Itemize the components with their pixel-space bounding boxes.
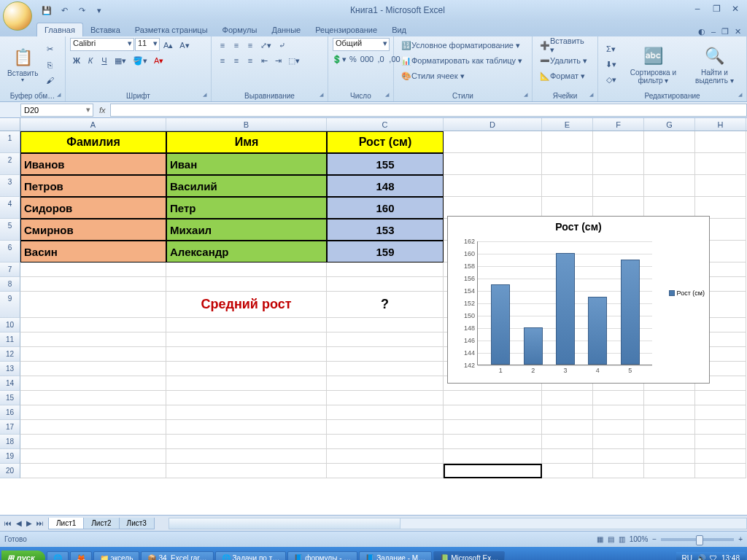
system-tray[interactable]: RU 🔊 🛡 13:48	[676, 552, 746, 561]
merge-button[interactable]: ⬚▾	[285, 53, 303, 68]
row-header-20[interactable]: 20	[0, 464, 20, 478]
horizontal-scrollbar[interactable]	[169, 518, 747, 529]
row-header-3[interactable]: 3	[0, 175, 20, 197]
cell-F18[interactable]	[593, 435, 644, 449]
cell-styles-button[interactable]: 🎨 Стили ячеек ▾	[398, 69, 527, 83]
cell-H15[interactable]	[695, 391, 746, 405]
cell-A6[interactable]: Васин	[20, 241, 166, 262]
cell-C15[interactable]	[327, 391, 444, 405]
cell-B1[interactable]: Имя	[166, 131, 327, 153]
cell-A12[interactable]	[20, 347, 166, 362]
cell-F16[interactable]	[593, 405, 644, 420]
row-header-4[interactable]: 4	[0, 197, 20, 219]
cell-D1[interactable]	[444, 131, 542, 153]
cell-C17[interactable]	[327, 420, 444, 435]
tab-view[interactable]: Вид	[384, 23, 414, 36]
comma-button[interactable]: 000	[360, 52, 374, 66]
cell-E3[interactable]	[542, 175, 593, 197]
tab-formulas[interactable]: Формулы	[215, 23, 265, 36]
cell-A11[interactable]	[20, 332, 166, 347]
cell-A4[interactable]: Сидоров	[20, 197, 166, 219]
cell-D2[interactable]	[444, 153, 542, 175]
column-header-A[interactable]: A	[20, 118, 166, 131]
cell-H1[interactable]	[695, 131, 746, 153]
close-button[interactable]: ✕	[727, 4, 744, 17]
column-header-F[interactable]: F	[593, 118, 644, 131]
zoom-level[interactable]: 100%	[630, 535, 649, 543]
zoom-slider[interactable]	[661, 538, 734, 541]
cell-C12[interactable]	[327, 347, 444, 362]
row-header-17[interactable]: 17	[0, 420, 20, 435]
cell-E15[interactable]	[542, 391, 593, 405]
taskbar-item-5[interactable]: 📘 Задание - М…	[359, 551, 432, 561]
taskbar-item-3[interactable]: 🌐 Задачи по т…	[215, 551, 287, 561]
column-header-H[interactable]: H	[695, 118, 746, 131]
row-header-7[interactable]: 7	[0, 262, 20, 277]
tray-clock[interactable]: 13:48	[721, 554, 740, 561]
cell-A15[interactable]	[20, 391, 166, 405]
cell-B16[interactable]	[166, 405, 327, 420]
cell-F15[interactable]	[593, 391, 644, 405]
row-header-13[interactable]: 13	[0, 362, 20, 376]
cell-G19[interactable]	[644, 449, 695, 464]
align-center-button[interactable]: ≡	[230, 53, 243, 68]
tab-insert[interactable]: Вставка	[83, 23, 128, 36]
cell-C2[interactable]: 155	[327, 153, 444, 175]
font-size-combo[interactable]: 11	[135, 38, 160, 51]
cell-B7[interactable]	[166, 262, 327, 277]
cell-H18[interactable]	[695, 435, 746, 449]
cell-H3[interactable]	[695, 175, 746, 197]
cell-F2[interactable]	[593, 153, 644, 175]
cell-E1[interactable]	[542, 131, 593, 153]
orientation-button[interactable]: ⤢▾	[258, 38, 274, 52]
row-header-15[interactable]: 15	[0, 391, 20, 405]
cell-F1[interactable]	[593, 131, 644, 153]
cell-B5[interactable]: Михаил	[166, 219, 327, 241]
row-header-6[interactable]: 6	[0, 241, 20, 262]
cell-C3[interactable]: 148	[327, 175, 444, 197]
cell-H17[interactable]	[695, 420, 746, 435]
cell-G15[interactable]	[644, 391, 695, 405]
taskbar-quick-2[interactable]: 🦊	[70, 551, 92, 561]
cell-B18[interactable]	[166, 435, 327, 449]
view-page-break-button[interactable]: ▥	[619, 535, 625, 543]
cell-C18[interactable]	[327, 435, 444, 449]
taskbar-item-6[interactable]: 📗 Microsoft Ex…	[433, 551, 505, 561]
decrease-font-button[interactable]: A▾	[177, 38, 192, 52]
column-header-D[interactable]: D	[444, 118, 542, 131]
cell-D17[interactable]	[444, 420, 542, 435]
cell-A19[interactable]	[20, 449, 166, 464]
conditional-formatting-button[interactable]: 🔢 Условное форматирование ▾	[398, 38, 527, 52]
fill-button[interactable]: ⬇▾	[603, 58, 619, 72]
cell-A13[interactable]	[20, 362, 166, 376]
cell-B14[interactable]	[166, 376, 327, 391]
column-header-G[interactable]: G	[644, 118, 695, 131]
cell-B12[interactable]	[166, 347, 327, 362]
cell-A8[interactable]	[20, 277, 166, 292]
cell-G17[interactable]	[644, 420, 695, 435]
mdi-minimize[interactable]: –	[711, 27, 716, 36]
cell-D15[interactable]	[444, 391, 542, 405]
cell-B3[interactable]: Василий	[166, 175, 327, 197]
cell-F3[interactable]	[593, 175, 644, 197]
cell-E16[interactable]	[542, 405, 593, 420]
taskbar-quick-1[interactable]: 🌐	[47, 551, 69, 561]
fx-button[interactable]: fx	[95, 106, 110, 114]
increase-decimal-button[interactable]: ,0	[374, 52, 387, 66]
cell-C13[interactable]	[327, 362, 444, 376]
number-format-combo[interactable]: Общий	[333, 38, 390, 51]
redo-button[interactable]: ↷	[74, 3, 89, 18]
border-button[interactable]: ▦▾	[112, 53, 129, 68]
cell-A5[interactable]: Смирнов	[20, 219, 166, 241]
insert-cells-button[interactable]: ➕ Вставить ▾	[537, 38, 593, 52]
cell-H20[interactable]	[695, 464, 746, 478]
formula-input[interactable]	[110, 104, 747, 117]
cell-D18[interactable]	[444, 435, 542, 449]
cell-E19[interactable]	[542, 449, 593, 464]
cell-D16[interactable]	[444, 405, 542, 420]
cell-E18[interactable]	[542, 435, 593, 449]
zoom-in-button[interactable]: +	[738, 535, 743, 543]
cell-C19[interactable]	[327, 449, 444, 464]
cell-A18[interactable]	[20, 435, 166, 449]
cell-F17[interactable]	[593, 420, 644, 435]
